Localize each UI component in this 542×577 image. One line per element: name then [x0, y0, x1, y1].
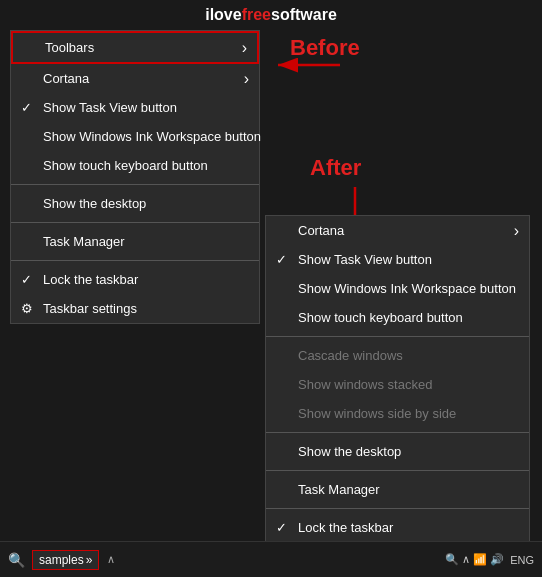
taskbar-samples-badge: samples »	[32, 550, 99, 570]
menu-divider-after-3	[266, 470, 529, 471]
taskbar-search-area: 🔍 samples » ∧	[4, 548, 115, 572]
menu-item-side-by-side: Show windows side by side	[266, 399, 529, 428]
menu-divider-after-1	[266, 336, 529, 337]
menu-item-cascade: Cascade windows	[266, 341, 529, 370]
menu-item-stacked: Show windows stacked	[266, 370, 529, 399]
taskbar-right: 🔍 ∧ 📶 🔊 ENG	[265, 541, 542, 577]
before-context-menu: Toolbars Cortana Show Task View button S…	[10, 30, 260, 324]
menu-item-task-manager-after[interactable]: Task Manager	[266, 475, 529, 504]
menu-divider-3	[11, 260, 259, 261]
menu-divider-after-4	[266, 508, 529, 509]
menu-item-cortana-after[interactable]: Cortana	[266, 216, 529, 245]
menu-item-task-manager[interactable]: Task Manager	[11, 227, 259, 256]
menu-item-show-desktop[interactable]: Show the desktop	[11, 189, 259, 218]
menu-item-lock-taskbar[interactable]: Lock the taskbar	[11, 265, 259, 294]
tray-icons: 🔍 ∧ 📶 🔊	[445, 553, 504, 566]
menu-item-taskbar-settings[interactable]: ⚙ Taskbar settings	[11, 294, 259, 323]
menu-item-cortana[interactable]: Cortana	[11, 64, 259, 93]
language-indicator: ENG	[510, 554, 534, 566]
menu-item-ink-workspace[interactable]: Show Windows Ink Workspace button	[11, 122, 259, 151]
gear-icon: ⚙	[21, 301, 33, 316]
menu-item-show-desktop-after[interactable]: Show the desktop	[266, 437, 529, 466]
menu-divider-2	[11, 222, 259, 223]
menu-item-touch-keyboard-after[interactable]: Show touch keyboard button	[266, 303, 529, 332]
menu-item-lock-taskbar-after[interactable]: Lock the taskbar	[266, 513, 529, 542]
after-label: After	[310, 155, 361, 181]
search-icon[interactable]: 🔍	[4, 548, 28, 572]
menu-item-task-view[interactable]: Show Task View button	[11, 93, 259, 122]
menu-item-task-view-after[interactable]: Show Task View button	[266, 245, 529, 274]
taskbar-before: 🔍 samples » ∧	[0, 541, 265, 577]
menu-item-toolbars[interactable]: Toolbars	[11, 31, 259, 64]
menu-item-touch-keyboard[interactable]: Show touch keyboard button	[11, 151, 259, 180]
site-header: ilovefreesoftware	[0, 0, 542, 28]
menu-divider-1	[11, 184, 259, 185]
site-title: ilovefreesoftware	[205, 6, 337, 23]
after-context-menu: Cortana Show Task View button Show Windo…	[265, 215, 530, 572]
samples-label: samples	[39, 553, 84, 567]
menu-divider-after-2	[266, 432, 529, 433]
samples-arrows: »	[86, 553, 93, 567]
menu-item-ink-workspace-after[interactable]: Show Windows Ink Workspace button	[266, 274, 529, 303]
before-arrow	[270, 50, 350, 80]
taskbar-chevron: ∧	[107, 553, 115, 566]
